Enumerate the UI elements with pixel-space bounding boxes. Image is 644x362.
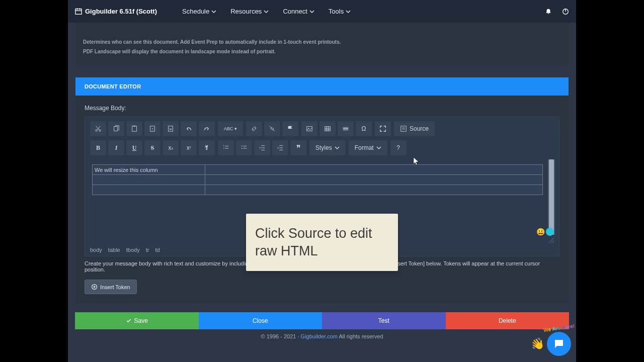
scrollbar[interactable] bbox=[548, 159, 555, 235]
topbar-right bbox=[545, 8, 569, 15]
paste-text-button[interactable]: T bbox=[144, 121, 160, 136]
link-icon bbox=[251, 125, 258, 132]
spellcheck-button[interactable]: ABC ▾ bbox=[218, 121, 243, 136]
paste-word-button[interactable]: W bbox=[163, 121, 179, 136]
svg-point-32 bbox=[242, 146, 243, 147]
svg-point-33 bbox=[242, 148, 243, 149]
superscript-button[interactable]: x² bbox=[181, 140, 197, 155]
cutoff-checkboxes bbox=[83, 23, 561, 30]
path-tbody[interactable]: tbody bbox=[126, 247, 140, 253]
table-row[interactable]: We will resize this column bbox=[93, 165, 543, 175]
ol-icon: 12 bbox=[222, 144, 229, 151]
undo-icon bbox=[185, 125, 192, 132]
nav-connect[interactable]: Connect bbox=[283, 8, 314, 15]
topbar: Gigbuilder 6.51f (Scott) Schedule Resour… bbox=[68, 0, 576, 23]
indent-button[interactable] bbox=[272, 140, 288, 155]
chat-widget-button[interactable] bbox=[547, 332, 571, 356]
table-cell[interactable] bbox=[93, 175, 205, 185]
copy-button[interactable] bbox=[108, 121, 124, 136]
cursor-icon bbox=[413, 157, 420, 167]
test-button[interactable]: Test bbox=[322, 312, 446, 329]
power-icon[interactable] bbox=[562, 8, 569, 15]
bullet-list-button[interactable] bbox=[236, 140, 252, 155]
redo-icon bbox=[203, 125, 210, 132]
ul-icon bbox=[240, 144, 248, 151]
blockquote-button[interactable]: ❞ bbox=[290, 140, 306, 155]
bell-icon[interactable] bbox=[545, 8, 552, 15]
maximize-icon bbox=[379, 125, 386, 132]
hr-button[interactable] bbox=[338, 121, 354, 136]
table-cell[interactable] bbox=[93, 185, 205, 195]
nav-tools[interactable]: Tools bbox=[329, 8, 351, 15]
path-tr[interactable]: tr bbox=[146, 247, 149, 253]
content-area: Determines who can see this document. Ad… bbox=[68, 23, 576, 329]
visibility-section: Determines who can see this document. Ad… bbox=[75, 23, 569, 65]
svg-rect-8 bbox=[114, 127, 118, 131]
table-row[interactable] bbox=[93, 185, 543, 195]
paste-text-icon: T bbox=[149, 125, 156, 132]
resize-icon bbox=[548, 237, 555, 244]
table-button[interactable] bbox=[319, 121, 336, 136]
format-dropdown[interactable]: Format bbox=[349, 140, 387, 155]
undo-button[interactable] bbox=[181, 121, 197, 136]
footer-link[interactable]: Gigbuilder.com bbox=[301, 333, 338, 339]
cut-button[interactable] bbox=[90, 121, 106, 136]
table-cell[interactable] bbox=[205, 185, 543, 195]
svg-text:W: W bbox=[170, 128, 172, 131]
numbered-list-button[interactable]: 12 bbox=[218, 140, 234, 155]
anchor-button[interactable] bbox=[282, 121, 298, 136]
section-header: DOCUMENT EDITOR bbox=[75, 77, 569, 96]
brand-text: Gigbuilder 6.51f (Scott) bbox=[85, 8, 157, 15]
redo-button[interactable] bbox=[199, 121, 215, 136]
chevron-down-icon bbox=[335, 145, 340, 150]
outdent-button[interactable] bbox=[254, 140, 270, 155]
indent-icon bbox=[277, 144, 284, 151]
brand[interactable]: Gigbuilder 6.51f (Scott) bbox=[75, 8, 157, 15]
help-text-2: PDF Landscape will display the document … bbox=[83, 47, 561, 56]
styles-dropdown[interactable]: Styles bbox=[309, 140, 346, 155]
link-button[interactable] bbox=[246, 121, 262, 136]
svg-rect-25 bbox=[401, 126, 407, 132]
bold-button[interactable]: B bbox=[90, 140, 106, 155]
nav-resources[interactable]: Resources bbox=[230, 8, 269, 15]
emoji-reactions[interactable]: 😀 bbox=[536, 228, 554, 236]
section-body: Message Body: T W ABC ▾ bbox=[75, 96, 569, 303]
svg-rect-0 bbox=[75, 9, 82, 14]
help-button[interactable]: ? bbox=[390, 140, 407, 155]
path-td[interactable]: td bbox=[155, 247, 159, 253]
source-button[interactable]: Source bbox=[394, 121, 435, 136]
insert-token-button[interactable]: Insert Token bbox=[85, 280, 137, 294]
hr-icon bbox=[342, 125, 349, 132]
italic-button[interactable]: I bbox=[108, 140, 124, 155]
special-char-button[interactable]: Ω bbox=[356, 121, 372, 136]
source-icon bbox=[400, 125, 407, 132]
image-button[interactable] bbox=[301, 121, 317, 136]
paste-word-icon: W bbox=[167, 125, 174, 132]
nav-schedule[interactable]: Schedule bbox=[182, 8, 216, 15]
table-cell[interactable] bbox=[205, 175, 543, 185]
path-body[interactable]: body bbox=[90, 247, 102, 253]
maximize-button[interactable] bbox=[375, 121, 391, 136]
resize-handle[interactable] bbox=[548, 237, 555, 244]
path-table[interactable]: table bbox=[108, 247, 120, 253]
chevron-down-icon bbox=[211, 9, 216, 14]
underline-button[interactable]: U bbox=[126, 140, 142, 155]
paste-icon bbox=[131, 125, 138, 132]
svg-rect-10 bbox=[133, 126, 135, 127]
strike-button[interactable]: S bbox=[144, 140, 160, 155]
content-table[interactable]: We will resize this column bbox=[92, 164, 543, 195]
paste-button[interactable] bbox=[126, 121, 142, 136]
unlink-button[interactable] bbox=[264, 121, 280, 136]
check-icon bbox=[126, 318, 132, 324]
table-cell[interactable]: We will resize this column bbox=[93, 165, 205, 175]
subscript-button[interactable]: x₂ bbox=[163, 140, 179, 155]
nav: Schedule Resources Connect Tools bbox=[182, 8, 351, 15]
save-button[interactable]: Save bbox=[75, 312, 199, 329]
remove-format-button[interactable]: I✕ bbox=[199, 140, 215, 155]
table-cell[interactable] bbox=[205, 165, 543, 175]
cut-icon bbox=[95, 125, 102, 132]
help-text-1: Determines who can see this document. Ad… bbox=[83, 38, 561, 46]
close-button[interactable]: Close bbox=[199, 312, 323, 329]
scroll-thumb[interactable] bbox=[549, 159, 554, 235]
table-row[interactable] bbox=[93, 175, 543, 185]
